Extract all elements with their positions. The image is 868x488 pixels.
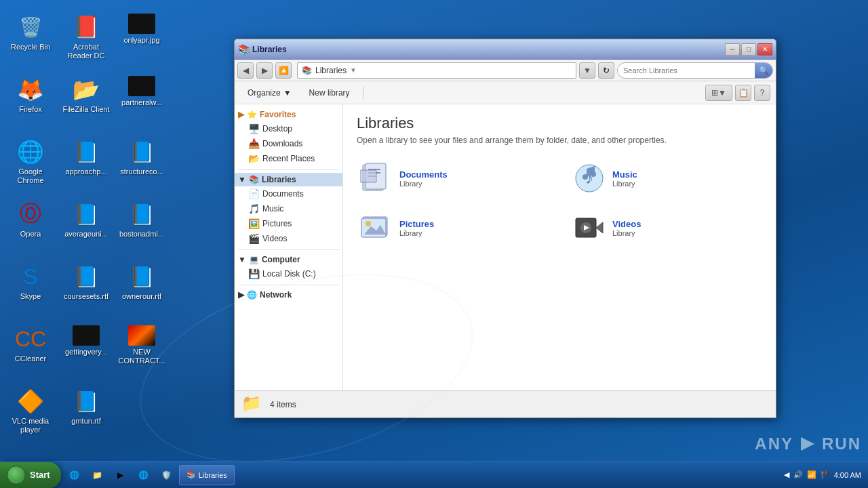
computer-header[interactable]: ▼ 💻 Computer <box>235 253 342 266</box>
view-options-button[interactable]: ⊞▼ <box>705 85 732 101</box>
preview-pane-button[interactable]: 📋 <box>735 85 751 101</box>
minimize-button[interactable]: ─ <box>725 43 740 56</box>
nav-item-music[interactable]: 🎵 Music <box>235 201 342 216</box>
local-disk-nav-label: Local Disk (C:) <box>262 269 316 279</box>
documents-lib-info: Documents Library <box>399 169 448 188</box>
nav-item-documents[interactable]: 📄 Documents <box>235 186 342 201</box>
library-item-documents[interactable]: Documents Library <box>357 159 549 198</box>
desktop-icon-averageuni[interactable]: 📘 averageuni... <box>59 197 113 258</box>
close-button[interactable]: ✕ <box>757 43 772 56</box>
nav-item-downloads[interactable]: 📥 Downloads <box>235 136 342 151</box>
content-area: ▶ ⭐ Favorites 🖥️ Desktop 📥 Downloads 📂 <box>235 104 776 390</box>
address-dropdown-button[interactable]: ▼ <box>579 62 595 79</box>
taskbar-wmp-icon[interactable]: ▶ <box>110 464 132 486</box>
libraries-header[interactable]: ▼ 📚 Libraries <box>235 173 342 186</box>
tray-chevron[interactable]: ◀ <box>784 470 789 479</box>
libraries-arrow: ▼ <box>238 175 246 184</box>
nav-section-favorites: ▶ ⭐ Favorites 🖥️ Desktop 📥 Downloads 📂 <box>235 108 342 166</box>
desktop-icon-newcontract[interactable]: NEW CONTRACT... <box>115 322 169 383</box>
filezilla-icon: 📂 <box>73 76 100 103</box>
acrobat-label: Acrobat Reader DC <box>62 43 111 60</box>
desktop-icon-gettingvery[interactable]: gettingvery... <box>59 322 113 383</box>
library-grid: Documents Library ♪ <box>357 159 762 247</box>
nav-item-pictures[interactable]: 🖼️ Pictures <box>235 216 342 231</box>
desktop-icon-filezilla[interactable]: 📂 FileZilla Client <box>59 73 113 134</box>
new-library-button[interactable]: New library <box>302 84 357 102</box>
search-button[interactable]: 🔍 <box>755 62 772 79</box>
svg-point-9 <box>591 171 596 177</box>
nav-item-desktop[interactable]: 🖥️ Desktop <box>235 121 342 136</box>
refresh-button[interactable]: ↻ <box>598 62 614 79</box>
taskbar-explorer-window-button[interactable]: 📚 Libraries <box>179 465 235 485</box>
desktop-icon-firefox[interactable]: 🦊 Firefox <box>3 73 58 134</box>
ownerour-icon: 📘 <box>128 263 155 290</box>
vlc-icon: 🔶 <box>17 388 44 415</box>
chrome-label: Google Chrome <box>6 167 55 185</box>
desktop-icon-coursesets[interactable]: 📘 coursesets.rtf <box>59 260 113 321</box>
taskbar-chrome-icon[interactable]: 🌐 <box>133 464 155 486</box>
ccleaner-icon: CC <box>17 325 44 352</box>
organize-button[interactable]: Organize ▼ <box>240 84 299 102</box>
system-clock[interactable]: 4:00 AM <box>834 471 861 479</box>
maximize-button[interactable]: □ <box>741 43 756 56</box>
acrobat-icon: 📕 <box>73 14 100 41</box>
desktop-icon-gmtun[interactable]: 📘 gmtun.rtf <box>59 384 113 445</box>
taskbar-antivirus-icon[interactable]: 🛡️ <box>156 464 178 486</box>
nav-item-recent[interactable]: 📂 Recent Places <box>235 151 342 166</box>
recycle-bin-label: Recycle Bin <box>11 43 50 52</box>
onlyapr-label: onlyapr.jpg <box>123 36 159 45</box>
library-item-music[interactable]: ♪ Music Library <box>570 159 762 198</box>
desktop-icon-ownerour[interactable]: 📘 ownerour.rtf <box>115 260 169 321</box>
partneralw-icon <box>128 76 155 96</box>
favorites-header[interactable]: ▶ ⭐ Favorites <box>235 108 342 121</box>
videos-lib-type: Library <box>612 229 641 237</box>
library-item-videos[interactable]: Videos Library <box>570 208 762 247</box>
documents-nav-label: Documents <box>262 189 304 199</box>
svg-rect-5 <box>360 170 376 182</box>
desktop-nav-icon: 🖥️ <box>248 123 259 134</box>
help-button[interactable]: ? <box>754 85 770 101</box>
desktop-icon-ccleaner[interactable]: CC CCleaner <box>3 322 58 383</box>
start-button[interactable]: Start <box>0 462 61 488</box>
tray-network-icon[interactable]: 📶 <box>807 470 816 479</box>
desktop-icon-opera[interactable]: Ⓞ Opera <box>3 197 58 258</box>
documents-nav-icon: 📄 <box>248 188 259 199</box>
search-input[interactable] <box>618 66 755 75</box>
taskbar-ie-icon[interactable]: 🌐 <box>64 464 85 486</box>
network-header[interactable]: ▶ 🌐 Network <box>235 288 342 302</box>
svg-point-8 <box>583 174 588 180</box>
status-bar: 📁 4 items <box>235 390 776 418</box>
library-item-pictures[interactable]: Pictures Library <box>357 208 549 247</box>
desktop-icon-approachp[interactable]: 📘 approachp... <box>59 135 113 196</box>
desktop-icon-bostonadmi[interactable]: 📘 bostonadmi... <box>115 197 169 258</box>
up-button[interactable]: 🔼 <box>275 62 292 79</box>
nav-item-videos[interactable]: 🎬 Videos <box>235 231 342 246</box>
toolbar-right: ⊞▼ 📋 ? <box>705 85 770 101</box>
tray-volume-icon[interactable]: 🔊 <box>793 470 803 479</box>
nav-item-local-disk[interactable]: 💾 Local Disk (C:) <box>235 266 342 281</box>
back-button[interactable]: ◀ <box>237 62 254 79</box>
forward-button[interactable]: ▶ <box>256 62 273 79</box>
chrome-icon: 🌐 <box>17 138 44 165</box>
desktop-icon-onlyapr[interactable]: onlyapr.jpg <box>115 10 169 71</box>
videos-lib-info: Videos Library <box>612 219 641 237</box>
desktop-icon-structureco[interactable]: 📘 structureco... <box>115 135 169 196</box>
desktop-icon-partneralw[interactable]: partneralw... <box>115 73 169 134</box>
libraries-page-subtitle: Open a library to see your files and arr… <box>357 136 762 145</box>
desktop: 🗑️ Recycle Bin 📕 Acrobat Reader DC onlya… <box>0 0 868 488</box>
tray-flag-icon[interactable]: 🏴 <box>821 470 830 479</box>
desktop-icon-acrobat[interactable]: 📕 Acrobat Reader DC <box>59 10 113 71</box>
address-path[interactable]: 📚 Libraries ▼ <box>297 62 576 79</box>
bostonadmi-label: bostonadmi... <box>119 230 164 239</box>
gettingvery-label: gettingvery... <box>65 348 107 357</box>
organize-label: Organize <box>248 88 281 98</box>
status-folder-icon: 📁 <box>241 394 263 415</box>
favorites-label: Favorites <box>260 110 296 119</box>
desktop-icon-recycle-bin[interactable]: 🗑️ Recycle Bin <box>3 10 58 71</box>
desktop-icon-vlc[interactable]: 🔶 VLC media player <box>3 384 58 445</box>
libraries-page-title: Libraries <box>357 115 762 132</box>
taskbar-folder-icon[interactable]: 📁 <box>87 464 108 486</box>
filezilla-label: FileZilla Client <box>62 105 109 114</box>
desktop-icon-chrome[interactable]: 🌐 Google Chrome <box>3 135 58 196</box>
desktop-icon-skype[interactable]: S Skype <box>3 260 58 321</box>
